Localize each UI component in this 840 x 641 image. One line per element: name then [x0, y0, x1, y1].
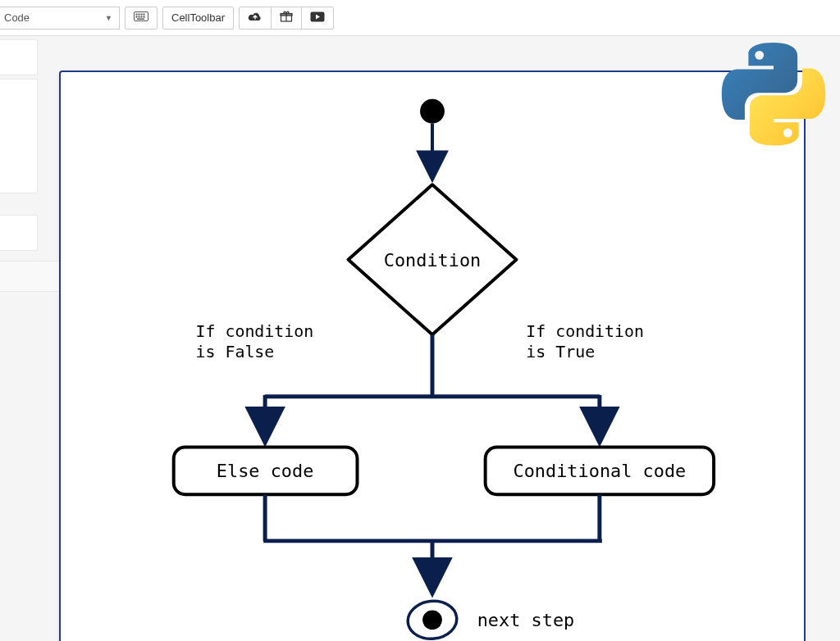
else-code-node: Else code: [174, 448, 358, 495]
python-logo-icon: [720, 43, 827, 146]
false-label-line2: is False: [196, 343, 275, 361]
cell-toolbar-label: CellToolbar: [171, 11, 225, 24]
conditional-code-text: Conditional code: [514, 461, 687, 481]
end-text: next step: [477, 610, 575, 630]
svg-point-17: [422, 610, 442, 630]
svg-rect-9: [137, 19, 144, 20]
cell-stub: [0, 39, 38, 75]
end-node: [406, 598, 459, 641]
flowchart-diagram: Condition If condition is False If condi…: [59, 70, 806, 641]
cloud-upload-button[interactable]: [239, 7, 272, 30]
svg-rect-3: [141, 14, 143, 16]
svg-rect-2: [139, 14, 140, 16]
svg-rect-5: [136, 16, 138, 18]
cloud-upload-icon: [248, 11, 262, 25]
cell-stub: [0, 215, 38, 251]
toolbar-button-group: [239, 7, 334, 30]
condition-text: Condition: [384, 250, 482, 270]
play-rect-icon: [310, 11, 325, 25]
notebook-toolbar: Code CellToolbar: [0, 0, 840, 36]
cell-toolbar-button[interactable]: CellToolbar: [162, 7, 234, 30]
svg-rect-6: [139, 16, 140, 18]
true-label-line2: is True: [526, 343, 595, 361]
true-label-line1: If condition: [526, 322, 644, 341]
conditional-code-node: Conditional code: [486, 448, 714, 495]
presentation-button[interactable]: [301, 7, 334, 30]
cell-type-value: Code: [4, 11, 30, 24]
cell-stub: [0, 79, 38, 193]
condition-node: Condition: [349, 184, 517, 334]
gift-icon: [280, 11, 293, 25]
svg-rect-1: [136, 14, 138, 16]
command-palette-button[interactable]: [125, 7, 158, 30]
flowchart-svg: Condition If condition is False If condi…: [61, 72, 804, 641]
false-label-line1: If condition: [196, 322, 314, 341]
gift-button[interactable]: [271, 7, 302, 30]
start-node: [420, 99, 445, 124]
keyboard-icon: [134, 11, 148, 24]
cell-type-select[interactable]: Code: [0, 7, 120, 30]
svg-rect-7: [141, 16, 143, 18]
else-code-text: Else code: [217, 461, 314, 481]
svg-rect-4: [144, 14, 145, 16]
svg-rect-8: [144, 16, 145, 18]
